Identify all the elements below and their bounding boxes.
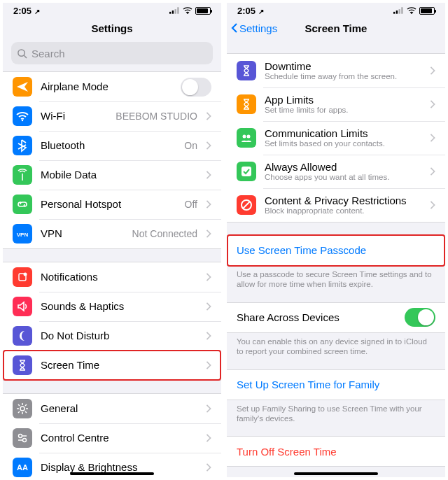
chevron-right-icon — [430, 134, 435, 142]
downtime-row[interactable]: DowntimeSchedule time away from the scre… — [227, 54, 445, 87]
chevron-right-icon — [430, 167, 435, 176]
chevron-right-icon — [206, 302, 211, 311]
do-not-disturb-row[interactable]: Do Not Disturb — [3, 321, 221, 351]
chevron-right-icon — [206, 171, 211, 179]
vpn-icon — [13, 224, 32, 243]
nosign-icon — [237, 195, 256, 215]
chevron-right-icon — [206, 273, 211, 281]
chevron-right-icon — [206, 332, 211, 340]
airplane-mode-row[interactable]: Airplane Mode — [3, 72, 221, 101]
wifi-status-icon — [183, 7, 192, 14]
search-icon — [17, 48, 27, 59]
notifications-label: Notifications — [41, 271, 197, 283]
chevron-right-icon — [206, 230, 211, 238]
always-allowed-row[interactable]: Always AllowedChoose apps you want at al… — [227, 155, 445, 188]
notifications-row[interactable]: Notifications — [3, 262, 221, 292]
personal-hotspot-row[interactable]: Personal HotspotOff — [3, 190, 221, 219]
chevron-right-icon — [206, 404, 211, 413]
home-indicator[interactable] — [70, 472, 154, 475]
airplane-mode-label: Airplane Mode — [41, 80, 172, 92]
navbar: Settings — [3, 18, 221, 38]
share-across-devices-row[interactable]: Share Across Devices — [227, 303, 445, 332]
control-centre-row[interactable]: Control Centre — [3, 423, 221, 453]
set-up-family-row[interactable]: Set Up Screen Time for Family — [227, 370, 445, 400]
chevron-right-icon — [430, 100, 435, 108]
bell-icon — [13, 267, 32, 287]
mobile-data-row[interactable]: Mobile Data — [3, 160, 221, 190]
wifi-row[interactable]: Wi-FiBEEBOM STUDIO — [3, 101, 221, 131]
share-across-devices-switch[interactable] — [405, 308, 435, 327]
plane-icon — [13, 77, 32, 97]
display-brightness-row[interactable]: Display & Brightness — [3, 453, 221, 480]
vpn-detail: Not Connected — [132, 228, 197, 239]
app-limits-sub: Set time limits for apps. — [265, 106, 421, 115]
bluetooth-row[interactable]: BluetoothOn — [3, 131, 221, 160]
chevron-right-icon — [206, 361, 211, 369]
communication-limits-row[interactable]: Communication LimitsSet limits based on … — [227, 121, 445, 155]
sounds-haptics-row[interactable]: Sounds & Haptics — [3, 292, 221, 321]
sliders-icon — [13, 428, 32, 448]
status-bar: 2:05 ↗ — [227, 3, 445, 18]
hourglass-icon — [237, 61, 256, 80]
cellular-icon — [169, 7, 180, 14]
sounds-haptics-label: Sounds & Haptics — [41, 300, 197, 312]
status-bar: 2:05 ↗ — [3, 3, 221, 18]
chevron-left-icon — [231, 23, 238, 33]
hourglass-icon — [13, 355, 32, 375]
hourglass-icon — [237, 94, 256, 114]
personal-hotspot-detail: Off — [185, 199, 197, 210]
control-centre-label: Control Centre — [41, 432, 197, 444]
home-indicator[interactable] — [294, 472, 378, 475]
content-privacy-label: Content & Privacy Restrictions — [265, 195, 421, 206]
battery-icon — [419, 7, 435, 15]
chevron-right-icon — [430, 201, 435, 209]
gear-icon — [13, 399, 32, 418]
vpn-label: VPN — [41, 227, 124, 239]
aa-icon — [13, 458, 32, 477]
chevron-right-icon — [206, 463, 211, 472]
chevron-right-icon — [206, 141, 211, 150]
use-screen-time-passcode-row[interactable]: Use Screen Time Passcode — [227, 236, 445, 265]
share-hint: You can enable this on any device signed… — [227, 333, 445, 357]
back-button[interactable]: Settings — [231, 22, 277, 34]
always-allowed-label: Always Allowed — [265, 161, 421, 173]
chevron-right-icon — [430, 66, 435, 75]
wifi-label: Wi-Fi — [41, 110, 107, 122]
wifi-detail: BEEBOM STUDIO — [115, 111, 197, 122]
speaker-icon — [13, 297, 32, 316]
airplane-mode-switch[interactable] — [181, 78, 211, 97]
general-row[interactable]: General — [3, 394, 221, 423]
search-input[interactable]: Search — [11, 42, 213, 64]
app-limits-row[interactable]: App LimitsSet time limits for apps. — [227, 87, 445, 121]
chevron-right-icon — [206, 112, 211, 120]
status-time: 2:05 ↗ — [13, 6, 40, 16]
people-icon — [237, 128, 256, 148]
status-time: 2:05 ↗ — [237, 6, 264, 16]
downtime-label: Downtime — [265, 60, 421, 72]
personal-hotspot-label: Personal Hotspot — [41, 198, 176, 210]
settings-root-screen: 2:05 ↗ Settings Search Airplane ModeWi-F… — [0, 0, 224, 480]
downtime-sub: Schedule time away from the screen. — [265, 72, 421, 81]
page-title: Screen Time — [305, 22, 368, 34]
always-allowed-sub: Choose apps you want at all times. — [265, 173, 421, 182]
search-placeholder: Search — [31, 48, 65, 59]
communication-limits-label: Communication Limits — [265, 127, 421, 139]
screen-time-row[interactable]: Screen Time — [3, 351, 221, 380]
content-privacy-sub: Block inappropriate content. — [265, 206, 421, 216]
link-icon — [13, 195, 32, 214]
wifi-icon — [13, 106, 32, 126]
antenna-icon — [13, 165, 32, 185]
turn-off-screen-time-row[interactable]: Turn Off Screen Time — [227, 437, 445, 466]
battery-icon — [195, 7, 211, 15]
bluetooth-label: Bluetooth — [41, 139, 176, 151]
app-limits-label: App Limits — [265, 94, 421, 106]
do-not-disturb-label: Do Not Disturb — [41, 330, 197, 341]
bt-icon — [13, 136, 32, 155]
screen-time-label: Screen Time — [41, 359, 197, 371]
passcode-hint: Use a passcode to secure Screen Time set… — [227, 266, 445, 290]
communication-limits-sub: Set limits based on your contacts. — [265, 139, 421, 148]
content-privacy-row[interactable]: Content & Privacy RestrictionsBlock inap… — [227, 188, 445, 222]
vpn-row[interactable]: VPNNot Connected — [3, 219, 221, 248]
chevron-right-icon — [206, 200, 211, 209]
mobile-data-label: Mobile Data — [41, 169, 197, 181]
